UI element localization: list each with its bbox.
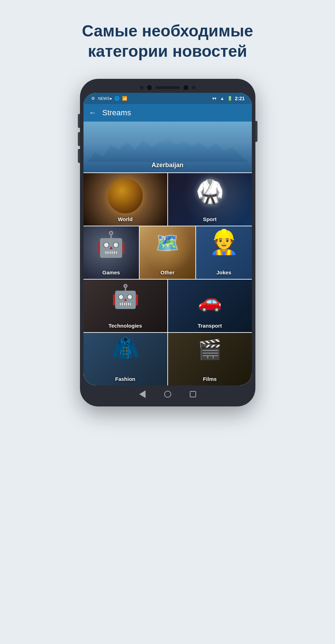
home-circle-icon (164, 391, 171, 398)
jokes-visual: 👷 (209, 228, 239, 256)
category-item-azerbaijan[interactable]: Azerbaijan (83, 122, 252, 172)
sim-icon: 📶 (122, 96, 127, 101)
settings-icon: ⚙ (91, 96, 96, 101)
row-fashion-films: 🧥 Fashion 🎬 Films (83, 333, 252, 385)
category-item-world[interactable]: World (83, 173, 167, 226)
fashion-label: Fashion (83, 376, 167, 382)
status-right: ▾▾ ▲ 🔋 2:21 (212, 96, 244, 101)
sensor-bar (155, 86, 180, 89)
phone-shell: ⚙ NEWS● 🌐 📶 ▾▾ ▲ 🔋 2:21 ← Streams A (80, 79, 255, 406)
app-indicator: NEWS● (98, 96, 112, 101)
back-triangle-icon (139, 390, 146, 398)
category-item-jokes[interactable]: 👷 Jokes (196, 226, 252, 279)
headline-line1: Самые необходимые (82, 22, 253, 40)
fashion-visual: 🧥 (111, 335, 140, 361)
jokes-label: Jokes (196, 269, 252, 275)
dot-right (192, 86, 195, 89)
category-item-fashion[interactable]: 🧥 Fashion (83, 333, 167, 385)
sport-label: Sport (168, 216, 252, 222)
films-label: Films (168, 376, 252, 382)
row-tech-transport: 🤖 Technologies 🚗 Transport (83, 280, 252, 332)
speaker-dot (140, 86, 143, 89)
category-item-transport[interactable]: 🚗 Transport (168, 280, 252, 332)
headline-line2: категории новостей (88, 42, 247, 60)
phone-bottom-nav (83, 385, 252, 400)
screen-title: Streams (102, 108, 131, 117)
category-grid: Azerbaijan World 🥋 Sport 🤖 Games (83, 122, 252, 385)
category-item-technologies[interactable]: 🤖 Technologies (83, 280, 167, 332)
wifi-icon: ▾▾ (212, 96, 217, 101)
status-left: ⚙ NEWS● 🌐 📶 (91, 96, 128, 101)
films-visual: 🎬 (198, 338, 222, 361)
nav-home-button[interactable] (164, 390, 172, 398)
screen: ⚙ NEWS● 🌐 📶 ▾▾ ▲ 🔋 2:21 ← Streams A (83, 93, 252, 385)
sport-visual: 🥋 (196, 178, 224, 205)
recents-square-icon (190, 391, 196, 397)
camera-dot (147, 85, 152, 90)
row-games-other-jokes: 🤖 Games 🗺️ Other 👷 Jokes (83, 226, 252, 279)
category-item-games[interactable]: 🤖 Games (83, 226, 139, 279)
row-world-sport: World 🥋 Sport (83, 173, 252, 226)
world-label: World (83, 216, 167, 222)
front-camera-dot (183, 85, 188, 90)
technologies-visual: 🤖 (111, 283, 140, 310)
signal-icon: ▲ (219, 96, 225, 101)
other-visual: 🗺️ (155, 232, 180, 254)
category-item-other[interactable]: 🗺️ Other (140, 226, 195, 279)
back-button[interactable]: ← (89, 108, 97, 117)
transport-label: Transport (168, 323, 252, 329)
category-item-sport[interactable]: 🥋 Sport (168, 173, 252, 226)
globe-visual (108, 178, 143, 213)
phone-top-bar (83, 85, 252, 90)
nav-recents-button[interactable] (189, 390, 197, 398)
category-item-films[interactable]: 🎬 Films (168, 333, 252, 385)
headline: Самые необходимые категории новостей (54, 21, 281, 61)
battery-icon: 🔋 (227, 96, 233, 101)
status-bar: ⚙ NEWS● 🌐 📶 ▾▾ ▲ 🔋 2:21 (83, 93, 252, 104)
globe-icon: 🌐 (114, 96, 120, 101)
clock: 2:21 (235, 96, 244, 101)
games-label: Games (83, 269, 139, 275)
other-label: Other (140, 269, 195, 275)
azerbaijan-label: Azerbaijan (83, 162, 252, 169)
technologies-label: Technologies (83, 323, 167, 329)
nav-back-button[interactable] (139, 390, 146, 398)
transport-visual: 🚗 (198, 290, 222, 313)
games-visual: 🤖 (96, 230, 126, 259)
app-bar: ← Streams (83, 104, 252, 122)
